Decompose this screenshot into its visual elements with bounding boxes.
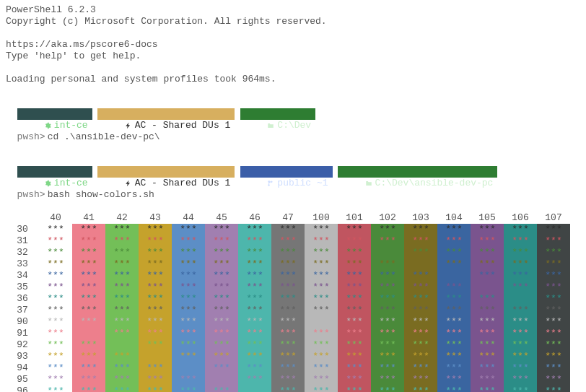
color-grid-cell: *** bbox=[205, 258, 238, 270]
color-grid-cell: *** bbox=[305, 351, 338, 362]
command-text: cd .\ansible-dev-pc\ bbox=[48, 131, 160, 142]
color-grid-cell: *** bbox=[537, 270, 570, 282]
color-grid-cell: *** bbox=[172, 328, 205, 339]
spacer bbox=[6, 85, 580, 97]
color-grid-row: 33**************************************… bbox=[6, 258, 570, 270]
color-grid-cell: *** bbox=[205, 305, 238, 316]
color-grid-cell: *** bbox=[172, 305, 205, 316]
segment-directory: C:\Dev\ansible-dev-pc bbox=[338, 166, 497, 178]
color-grid-cell: *** bbox=[338, 258, 371, 270]
color-grid-cell: *** bbox=[72, 258, 105, 270]
color-grid-cell: *** bbox=[105, 235, 139, 247]
folder-icon bbox=[365, 180, 372, 187]
color-grid-cell: *** bbox=[271, 235, 305, 247]
color-grid-cell: *** bbox=[39, 282, 72, 293]
color-grid-cell: *** bbox=[271, 339, 305, 351]
color-grid-cell: *** bbox=[39, 293, 72, 305]
color-grid-cell: *** bbox=[271, 316, 305, 328]
color-grid-cell: *** bbox=[238, 351, 271, 362]
color-grid-cell: *** bbox=[504, 224, 537, 235]
color-grid-cell: *** bbox=[172, 293, 205, 305]
color-grid-cell: *** bbox=[404, 374, 437, 386]
color-grid-cell: *** bbox=[437, 258, 471, 270]
color-grid-cell: *** bbox=[172, 339, 205, 351]
color-grid-cell: *** bbox=[238, 258, 271, 270]
color-grid-col-header: 107 bbox=[537, 212, 570, 224]
color-grid-cell: *** bbox=[105, 270, 139, 282]
color-grid-cell bbox=[371, 247, 404, 258]
color-grid-cell: *** bbox=[437, 316, 471, 328]
color-grid-cell: *** bbox=[271, 258, 305, 270]
color-grid-row-header: 36 bbox=[6, 293, 39, 305]
color-grid-cell: *** bbox=[305, 258, 338, 270]
folder-icon bbox=[267, 122, 274, 129]
color-grid-col-header: 106 bbox=[504, 212, 537, 224]
color-grid-col-header: 45 bbox=[205, 212, 238, 224]
color-grid-cell: *** bbox=[338, 305, 371, 316]
color-grid-cell: *** bbox=[338, 293, 371, 305]
spacer bbox=[6, 27, 580, 39]
color-grid-row-header: 30 bbox=[6, 224, 39, 235]
segment-directory-label: C:\Dev bbox=[277, 120, 311, 131]
color-grid-cell: *** bbox=[238, 235, 271, 247]
color-grid-cell: *** bbox=[238, 293, 271, 305]
color-grid-cell: *** bbox=[39, 339, 72, 351]
color-grid-cell bbox=[139, 351, 172, 362]
color-grid-cell: *** bbox=[139, 374, 172, 386]
color-grid-cell: *** bbox=[39, 386, 72, 392]
color-grid-cell: *** bbox=[72, 305, 105, 316]
color-grid-cell: *** bbox=[537, 351, 570, 362]
color-grid-cell: *** bbox=[205, 362, 238, 374]
color-grid-row: 93**************************************… bbox=[6, 351, 570, 362]
color-grid-row-header: 34 bbox=[6, 270, 39, 282]
color-grid-cell: *** bbox=[404, 328, 437, 339]
color-grid-row: 91**************************************… bbox=[6, 328, 570, 339]
color-grid-cell: *** bbox=[537, 339, 570, 351]
color-grid-cell: *** bbox=[371, 374, 404, 386]
color-grid-cell: *** bbox=[371, 305, 404, 316]
color-grid-cell: *** bbox=[238, 328, 271, 339]
color-grid-cell: *** bbox=[39, 362, 72, 374]
color-grid-cell: *** bbox=[504, 282, 537, 293]
color-grid-cell: *** bbox=[72, 282, 105, 293]
color-grid-cell: *** bbox=[172, 386, 205, 392]
color-grid-cell: *** bbox=[437, 374, 471, 386]
color-grid-cell: *** bbox=[172, 316, 205, 328]
color-grid-col-header: 104 bbox=[437, 212, 471, 224]
color-grid-cell: *** bbox=[537, 282, 570, 293]
color-grid-cell: *** bbox=[39, 374, 72, 386]
color-grid-cell: *** bbox=[105, 386, 139, 392]
bolt-icon bbox=[125, 180, 132, 187]
color-grid-cell: *** bbox=[471, 247, 504, 258]
color-grid-cell: *** bbox=[205, 270, 238, 282]
color-grid-cell: *** bbox=[404, 305, 437, 316]
color-grid-col-header: 101 bbox=[338, 212, 371, 224]
prompt-row-2: int-ce AC - Shared DUs 1 public ~1 C:\De… bbox=[6, 154, 580, 178]
color-grid-cell: *** bbox=[305, 328, 338, 339]
color-grid-cell: *** bbox=[72, 374, 105, 386]
color-grid-cell: *** bbox=[371, 235, 404, 247]
color-grid-cell: *** bbox=[437, 224, 471, 235]
color-grid-cell: *** bbox=[205, 235, 238, 247]
color-grid-row: 92**************************************… bbox=[6, 339, 570, 351]
command-text: bash show-colors.sh bbox=[48, 189, 154, 200]
color-grid-cell bbox=[72, 328, 105, 339]
segment-context: int-ce bbox=[17, 166, 92, 178]
color-grid-cell: *** bbox=[338, 282, 371, 293]
color-grid-cell: *** bbox=[404, 235, 437, 247]
divider bbox=[92, 166, 98, 177]
color-grid-cell: *** bbox=[105, 282, 139, 293]
segment-context-label: int-ce bbox=[54, 178, 88, 188]
segment-azure: AC - Shared DUs 1 bbox=[97, 108, 235, 120]
color-grid-cell: *** bbox=[537, 305, 570, 316]
color-grid-cell: *** bbox=[537, 362, 570, 374]
color-grid-cell: *** bbox=[437, 328, 471, 339]
color-grid-cell: *** bbox=[139, 362, 172, 374]
color-grid-col-header: 100 bbox=[305, 212, 338, 224]
color-grid-cell: *** bbox=[172, 351, 205, 362]
color-grid-cell: *** bbox=[504, 374, 537, 386]
color-grid-cell: *** bbox=[371, 351, 404, 362]
color-grid-cell: *** bbox=[471, 305, 504, 316]
color-grid-cell: *** bbox=[305, 374, 338, 386]
color-grid-cell: *** bbox=[371, 293, 404, 305]
